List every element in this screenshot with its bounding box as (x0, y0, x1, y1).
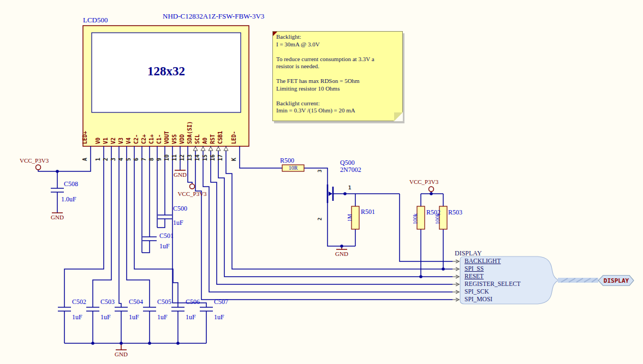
c502-designator: C502 (72, 298, 86, 306)
c500-value: 1uF (173, 219, 183, 227)
q500-pin2-number: 2 (317, 218, 323, 220)
harness-entry-reset[interactable]: RESET (465, 273, 484, 279)
lcd-pin-number: 15 (203, 154, 208, 161)
lcd-pin-name: SDA(SI) (187, 121, 193, 144)
c502-value: 1uF (72, 313, 82, 321)
vcc-port-mid[interactable] (190, 184, 195, 189)
harness-entry-spi-ss[interactable]: SPI_SS (465, 265, 484, 272)
c507-designator: C507 (214, 298, 228, 306)
lcd-pin-number: 10 (164, 154, 170, 161)
lcd-designator: LCD500 (83, 16, 108, 25)
r500-designator: R500 (280, 157, 294, 165)
lcd-pin-number: 6 (134, 158, 139, 161)
gnd-label-caps: GND (110, 351, 132, 357)
note-folded-corner (394, 112, 403, 121)
lcd-pin-number: 9 (157, 158, 162, 161)
harness-entry-register-select[interactable]: REGISTER_SELECT (465, 281, 521, 287)
lcd-pin-number: 4 (118, 158, 124, 161)
harness-cable[interactable] (558, 278, 598, 283)
harness-entry-spi-mosi[interactable]: SPI_MOSI (465, 296, 492, 302)
schematic-canvas: LCD500 NHD-C12832A1Z-FSW-FBW-3V3 128x32 … (0, 0, 643, 364)
lcd-pin-name: V4 (126, 138, 132, 144)
r502-value: 100k (413, 213, 418, 224)
c506-value: 1uF (186, 313, 196, 321)
gnd-label-c508: GND (46, 214, 68, 220)
lcd-pin-name: LED+ (82, 131, 88, 144)
lcd-pin-number: 17 (218, 154, 223, 161)
resistor-r501[interactable] (352, 206, 359, 229)
lcd-pin-number: 3 (111, 158, 116, 161)
lcd-pin-number: 11 (172, 154, 177, 161)
resistor-r502[interactable] (417, 206, 425, 229)
c505-value: 1uF (157, 313, 168, 321)
c500-designator: C500 (173, 205, 187, 213)
lcd-pin-number: 14 (195, 154, 200, 161)
c507-value: 1uF (214, 313, 224, 321)
lcd-pin-number: 13 (187, 154, 193, 161)
vcc-port-right[interactable] (429, 187, 434, 192)
lcd-pin-number: 8 (149, 158, 154, 161)
q500-comment: 2N7002 (340, 166, 361, 174)
c504-designator: C504 (129, 298, 143, 306)
lcd-component[interactable] (83, 26, 249, 146)
lcd-comment: NHD-C12832A1Z-FSW-FBW-3V3 (163, 12, 264, 21)
lcd-pin-number: 5 (126, 158, 132, 161)
note-text: Backlight: I = 30mA @ 3.0V To reduce cur… (276, 33, 399, 115)
mosfet-q500[interactable] (328, 184, 333, 203)
harness-entry-backlight[interactable]: BACKLIGHT (465, 258, 501, 264)
c503-designator: C503 (100, 298, 115, 306)
c501-value: 1uF (159, 242, 170, 250)
gnd-label-q500: GND (331, 250, 353, 257)
power-ports[interactable] (36, 165, 434, 350)
harness-entry-spi-sck[interactable]: SPI_SCK (465, 288, 489, 295)
harness-entry-arrows (453, 260, 459, 301)
q500-pin3-number: 3 (317, 170, 323, 172)
lcd-pin-name: CSB1 (218, 131, 223, 144)
lcd-pin-number: 7 (141, 158, 147, 161)
lcd-pin-name: VDD (180, 134, 185, 144)
harness-title: DISPLAY (455, 249, 482, 258)
display-connector-label[interactable]: DISPLAY (600, 277, 632, 284)
lcd-pin-name: C2- (134, 134, 139, 144)
c505-designator: C505 (157, 298, 171, 306)
vcc-label-mid: VCC_P3V3 (170, 190, 214, 197)
input-pin-arrows (193, 147, 228, 151)
note-backlight[interactable]: Backlight: I = 30mA @ 3.0V To reduce cur… (272, 31, 403, 121)
gnd-label-vss: GND (169, 171, 191, 178)
r503-value: 100k (435, 213, 440, 224)
r501-value: 1M (347, 214, 353, 222)
c504-value: 1uF (129, 313, 139, 321)
c501-designator: C501 (159, 232, 174, 240)
lcd-pin-name: RST (210, 134, 216, 144)
lcd-pin-name: V3 (118, 138, 124, 144)
lcd-pin-name: C1- (157, 134, 162, 144)
lcd-pin-number: 12 (180, 154, 185, 161)
lcd-pin-number: K (231, 158, 237, 161)
c503-value: 1uF (100, 313, 111, 321)
lcd-pin-name: V2 (111, 138, 116, 144)
r500-value: 10R (282, 165, 304, 171)
lcd-pin-name: V0 (96, 138, 101, 144)
lcd-pin-name: C1+ (149, 134, 154, 144)
r501-designator: R501 (361, 208, 375, 216)
lcd-pin-name: SCL (195, 134, 200, 144)
vcc-port-left[interactable] (36, 165, 41, 170)
lcd-pin-name: C2+ (141, 134, 147, 144)
vcc-label-right: VCC_P3V3 (409, 178, 438, 185)
lcd-screen-label: 128x32 (92, 64, 241, 79)
vcc-label-left: VCC_P3V3 (20, 157, 49, 164)
lcd-pin-number: A (82, 158, 88, 161)
junction-dots (56, 170, 445, 345)
c506-designator: C506 (186, 298, 200, 306)
lcd-pin-name: A0 (203, 138, 208, 144)
r503-designator: R503 (448, 208, 462, 217)
c508-designator: C508 (64, 180, 78, 188)
lcd-pin-name: VOUT (164, 131, 170, 144)
c508-value: 1.0uF (61, 195, 76, 204)
lcd-pin-number: 2 (103, 158, 109, 161)
q500-pin1-number: 1 (348, 185, 351, 190)
lcd-pin-number: 1 (96, 158, 101, 161)
resistor-r503[interactable] (439, 206, 447, 229)
lcd-pin-name: VSS (172, 134, 177, 144)
lcd-pin-name: LED- (231, 131, 237, 144)
